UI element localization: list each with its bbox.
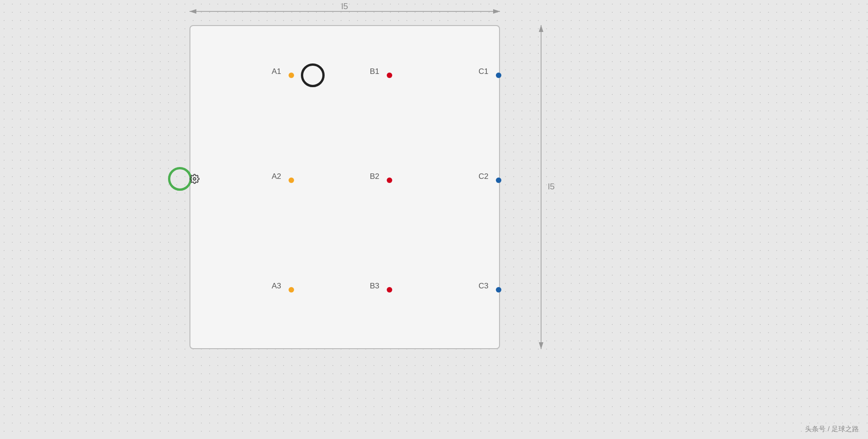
point-B3[interactable] [387,287,392,293]
point-B1[interactable] [387,73,392,78]
point-A1[interactable] [289,73,294,78]
svg-point-16 [193,178,196,180]
diagram-area: l5 5 10 l5 A1 A2 A3 B1 B2 B3 C1 C2 [0,0,868,439]
label-C1: C1 [479,67,489,76]
point-C2[interactable] [496,178,501,183]
svg-marker-13 [539,25,543,32]
label-B1: B1 [370,67,379,76]
watermark: 头条号 / 足球之路 [805,425,859,434]
label-A3: A3 [272,282,281,291]
label-C3: C3 [479,282,489,291]
point-A3[interactable] [289,287,294,293]
point-C3[interactable] [496,287,501,293]
gear-icon[interactable] [189,174,200,184]
label-A2: A2 [272,172,281,181]
svg-text:l5: l5 [342,1,348,11]
svg-marker-14 [539,342,543,349]
label-A1: A1 [272,67,281,76]
point-B2[interactable] [387,178,392,183]
label-B2: B2 [370,172,379,181]
svg-text:l5: l5 [548,182,555,191]
label-C2: C2 [479,172,489,181]
label-B3: B3 [370,282,379,291]
point-C1[interactable] [496,73,501,78]
large-green-circle[interactable] [168,167,192,191]
svg-marker-2 [493,9,500,14]
large-black-circle[interactable] [301,63,325,87]
main-rectangle [189,25,500,349]
svg-marker-1 [189,9,196,14]
point-A2[interactable] [289,178,294,183]
